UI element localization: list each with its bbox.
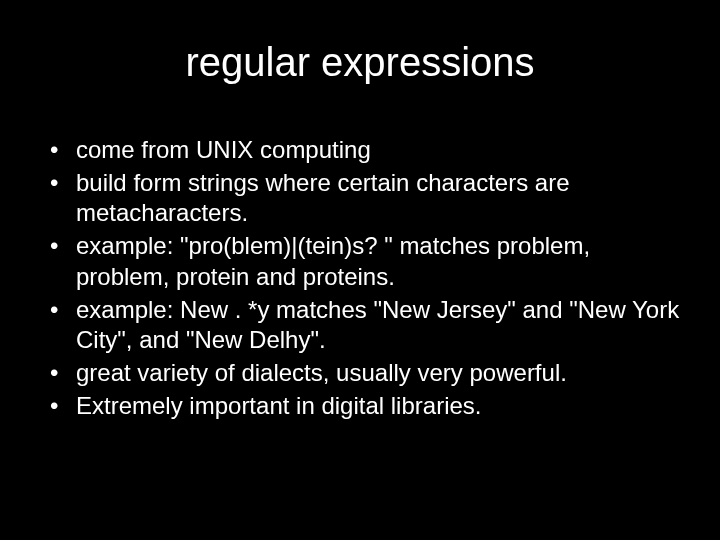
list-item: great variety of dialects, usually very … bbox=[40, 358, 680, 389]
list-item: build form strings where certain charact… bbox=[40, 168, 680, 229]
list-item: example: New . *y matches "New Jersey" a… bbox=[40, 295, 680, 356]
slide-title: regular expressions bbox=[40, 40, 680, 85]
list-item: Extremely important in digital libraries… bbox=[40, 391, 680, 422]
bullet-list: come from UNIX computing build form stri… bbox=[40, 135, 680, 421]
slide: regular expressions come from UNIX compu… bbox=[0, 0, 720, 540]
list-item: come from UNIX computing bbox=[40, 135, 680, 166]
list-item: example: "pro(blem)|(tein)s? " matches p… bbox=[40, 231, 680, 292]
